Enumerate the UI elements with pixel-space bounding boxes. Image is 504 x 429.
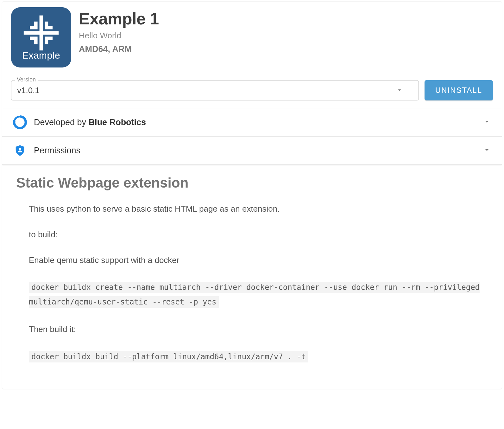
content-p4: Then build it: — [29, 324, 488, 335]
content-heading: Static Webpage extension — [16, 175, 488, 191]
permissions-label: Permissions — [34, 146, 80, 156]
controls-row: Version v1.0.1 UNINSTALL — [2, 67, 502, 108]
content-p2: to build: — [29, 229, 488, 240]
app-logo: Example — [11, 7, 71, 67]
svg-point-3 — [19, 148, 21, 150]
code-block-1: docker buildx create --name multiarch --… — [29, 280, 488, 309]
extension-detail-card: Example Example 1 Hello World AMD64, ARM… — [2, 1, 502, 389]
title-block: Example 1 Hello World AMD64, ARM — [79, 7, 159, 54]
version-select[interactable]: v1.0.1 — [11, 80, 419, 100]
code-1: docker buildx create --name multiarch --… — [29, 282, 480, 308]
permissions-accordion[interactable]: Permissions — [2, 137, 502, 165]
app-title: Example 1 — [79, 9, 159, 28]
developer-accordion[interactable]: Developed by Blue Robotics — [2, 108, 502, 137]
app-logo-caption: Example — [22, 50, 60, 61]
example-cross-icon — [22, 14, 60, 52]
chevron-down-icon — [483, 146, 491, 155]
developer-label: Developed by Blue Robotics — [34, 118, 146, 127]
developer-prefix: Developed by — [34, 118, 89, 127]
version-selected-value: v1.0.1 — [17, 86, 40, 95]
content-p1: This uses python to serve a basic static… — [29, 203, 488, 214]
app-subtitle: Hello World — [79, 31, 159, 41]
accordion-group: Developed by Blue Robotics Permissions — [2, 108, 502, 165]
header: Example Example 1 Hello World AMD64, ARM — [2, 2, 502, 67]
uninstall-button[interactable]: UNINSTALL — [425, 80, 493, 100]
code-block-2: docker buildx build --platform linux/amd… — [29, 350, 488, 364]
permissions-shield-icon — [13, 144, 27, 157]
readme-content: Static Webpage extension This uses pytho… — [2, 165, 502, 389]
app-architectures: AMD64, ARM — [79, 44, 159, 54]
content-p3: Enable qemu static support with a docker — [29, 255, 488, 266]
developer-icon — [13, 115, 27, 129]
chevron-down-icon — [483, 118, 491, 127]
dropdown-icon — [396, 86, 403, 95]
version-field: Version v1.0.1 — [11, 80, 419, 100]
developer-name: Blue Robotics — [89, 118, 146, 127]
version-legend: Version — [15, 76, 38, 83]
code-2: docker buildx build --platform linux/amd… — [29, 351, 308, 362]
